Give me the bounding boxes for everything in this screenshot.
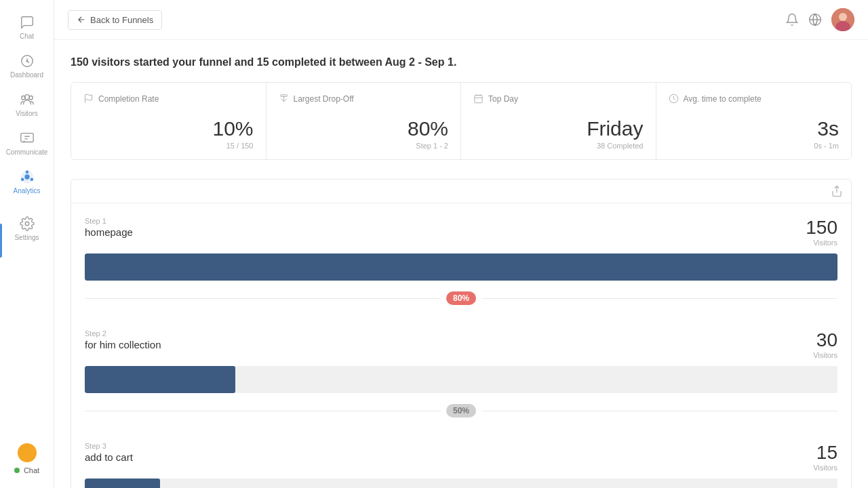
- stat-dropoff-value: 80%: [279, 117, 449, 140]
- summary-visitors-started: 150 visitors started your funnel and 15 …: [71, 56, 456, 68]
- stat-topday-sub: 38 Completed: [473, 142, 644, 150]
- step-3-header: Step 3 add to cart 15 Visitors: [85, 442, 837, 472]
- step-3-bar-container: [85, 479, 837, 488]
- step-1-header: Step 1 homepage 150 Visitors: [85, 217, 837, 247]
- flag-icon: [83, 94, 94, 104]
- step-2-visitors: 30 Visitors: [813, 329, 837, 359]
- svg-point-8: [25, 170, 28, 174]
- stat-avg-time: Avg. time to complete 3s 0s - 1m: [656, 83, 852, 159]
- funnel-toolbar: [71, 180, 851, 203]
- chat-icon: [20, 15, 35, 30]
- step-1-visitors: 150 Visitors: [806, 217, 837, 247]
- step-1-name: homepage: [85, 226, 133, 238]
- drop-indicator-1: 80%: [71, 281, 851, 316]
- step-2-bar-container: [85, 366, 837, 393]
- drop-indicator-2: 50%: [71, 393, 851, 428]
- analytics-icon: [20, 169, 35, 184]
- chat-bottom-label[interactable]: Chat: [24, 466, 39, 474]
- notifications-icon[interactable]: [785, 13, 799, 26]
- visitors-icon: [20, 92, 35, 107]
- dropoff-icon: [279, 94, 289, 104]
- topbar-right: [785, 8, 854, 31]
- communicate-icon: [20, 131, 35, 146]
- funnel-step-3: Step 3 add to cart 15 Visitors: [71, 428, 851, 488]
- step-2-name: for him collection: [85, 339, 161, 350]
- stat-dropoff-label: Largest Drop-Off: [294, 94, 354, 104]
- svg-rect-19: [475, 96, 482, 103]
- page-content: 150 visitors started your funnel and 15 …: [54, 40, 868, 488]
- chat-bottom-section: Chat: [0, 443, 54, 480]
- funnel-container: Step 1 homepage 150 Visitors 80%: [71, 179, 852, 488]
- active-indicator: [0, 224, 2, 258]
- step-1-bar-container: [85, 253, 837, 281]
- stat-completion-header: Completion Rate: [83, 94, 254, 104]
- sidebar-item-chat[interactable]: Chat: [0, 8, 54, 47]
- drop-line-left-2: [85, 411, 441, 411]
- main-content: Back to Funnels 150 visitors s: [54, 0, 868, 488]
- step-2-label: Step 2: [85, 329, 161, 338]
- step-2-header: Step 2 for him collection 30 Visitors: [85, 329, 837, 359]
- sidebar-item-communicate[interactable]: Communicate: [0, 124, 54, 163]
- sidebar-item-settings[interactable]: Settings: [0, 209, 54, 248]
- svg-point-15: [839, 13, 847, 21]
- sidebar-item-analytics[interactable]: Analytics: [0, 163, 54, 201]
- chat-status: Chat: [14, 466, 39, 474]
- stat-completion-rate: Completion Rate 10% 15 / 150: [71, 83, 267, 159]
- step-2-count: 30: [813, 329, 837, 351]
- stat-largest-dropoff: Largest Drop-Off 80% Step 1 - 2: [267, 83, 462, 159]
- stat-completion-label: Completion Rate: [98, 94, 159, 104]
- stat-avgtime-sub: 0s - 1m: [669, 142, 840, 150]
- svg-rect-5: [20, 134, 33, 142]
- drop-badge-1: 80%: [446, 291, 476, 305]
- stats-row: Completion Rate 10% 15 / 150 Largest Dro…: [71, 82, 852, 160]
- step-1-label: Step 1: [85, 217, 133, 225]
- step-3-visitors: 15 Visitors: [813, 442, 837, 472]
- stat-topday-value: Friday: [473, 117, 644, 140]
- summary-text: 150 visitors started your funnel and 15 …: [71, 56, 852, 68]
- sidebar-item-dashboard[interactable]: Dashboard: [0, 47, 54, 85]
- step-3-visitors-label: Visitors: [813, 464, 837, 472]
- back-to-funnels-button[interactable]: Back to Funnels: [68, 10, 162, 30]
- svg-point-9: [30, 178, 33, 181]
- stat-avgtime-header: Avg. time to complete: [669, 94, 840, 104]
- drop-badge-2: 50%: [446, 404, 476, 418]
- user-avatar[interactable]: [831, 8, 854, 31]
- step-2-bar-fill: [85, 366, 235, 393]
- svg-point-11: [25, 222, 29, 226]
- calendar-icon: [473, 94, 484, 104]
- clock-icon: [669, 94, 679, 104]
- sidebar: Chat Dashboard Visitors Communicate: [0, 0, 54, 488]
- stat-avgtime-label: Avg. time to complete: [684, 94, 762, 104]
- sidebar-item-analytics-label: Analytics: [13, 187, 40, 195]
- stat-topday-header: Top Day: [473, 94, 644, 104]
- back-arrow-icon: [77, 15, 86, 24]
- sidebar-item-dashboard-label: Dashboard: [10, 71, 43, 79]
- chat-avatar-dot: [18, 443, 37, 462]
- svg-point-7: [24, 174, 29, 179]
- sidebar-item-visitors[interactable]: Visitors: [0, 85, 54, 124]
- sidebar-item-chat-label: Chat: [20, 33, 34, 40]
- step-3-label: Step 3: [85, 442, 133, 450]
- settings-icon: [20, 216, 35, 231]
- step-3-name: add to cart: [85, 451, 133, 463]
- step-1-count: 150: [806, 217, 837, 239]
- stat-dropoff-sub: Step 1 - 2: [279, 142, 449, 150]
- stat-completion-sub: 15 / 150: [83, 142, 254, 150]
- step-1-bar-fill: [85, 253, 837, 281]
- svg-point-1: [26, 60, 28, 62]
- stat-dropoff-header: Largest Drop-Off: [279, 94, 449, 104]
- sidebar-item-visitors-label: Visitors: [16, 110, 38, 117]
- share-icon[interactable]: [831, 185, 843, 197]
- dashboard-icon: [20, 54, 35, 68]
- funnel-step-1: Step 1 homepage 150 Visitors: [71, 203, 851, 281]
- step-3-bar-fill: [85, 479, 160, 488]
- stat-top-day: Top Day Friday 38 Completed: [461, 83, 656, 159]
- step-3-info: Step 3 add to cart: [85, 442, 133, 463]
- drop-line-right-1: [481, 298, 837, 299]
- step-2-visitors-label: Visitors: [813, 351, 837, 359]
- stat-avgtime-value: 3s: [669, 117, 840, 140]
- step-1-info: Step 1 homepage: [85, 217, 133, 238]
- avatar-image: [831, 8, 854, 31]
- chat-online-dot: [14, 468, 20, 473]
- globe-icon[interactable]: [808, 13, 822, 26]
